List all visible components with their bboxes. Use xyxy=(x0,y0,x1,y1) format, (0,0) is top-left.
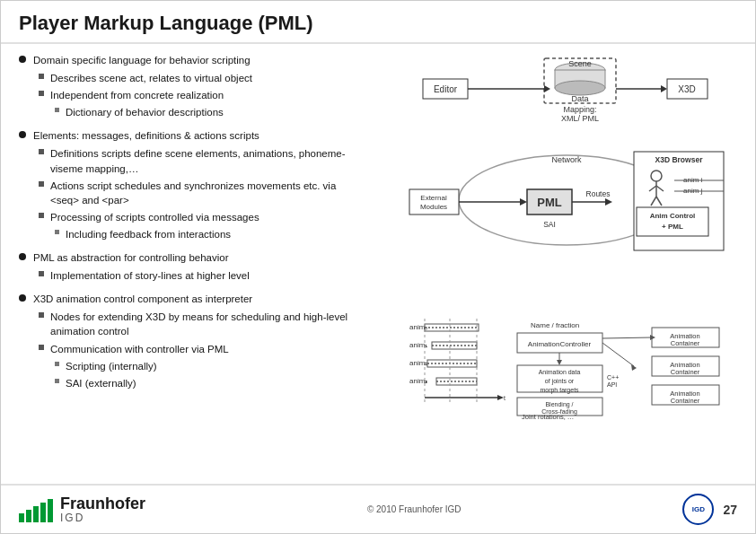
bullet-sub2-2-1-text: Including feedback from interactions xyxy=(66,227,231,241)
bullet-section-1: Domain specific language for behavior sc… xyxy=(19,53,360,119)
svg-text:Routes: Routes xyxy=(586,189,611,198)
bullet-dot-2 xyxy=(19,131,26,138)
bullet-main-2: Elements: messages, definitions & action… xyxy=(19,128,360,143)
svg-text:t: t xyxy=(504,395,505,401)
bullet-sub2-4-2-text: SAI (externally) xyxy=(66,376,136,390)
bullet-sub2-4-1-text: Scripting (internally) xyxy=(66,359,157,373)
logo-text-block: Fraunhofer IGD xyxy=(60,495,145,524)
bullet-sub-1-2: Independent from concrete realization xyxy=(39,88,360,102)
bullet-sub2-square xyxy=(55,230,59,234)
svg-text:Blending /: Blending / xyxy=(545,401,573,408)
svg-point-3 xyxy=(555,81,605,95)
svg-marker-88 xyxy=(631,364,637,371)
svg-text:Data: Data xyxy=(571,94,588,103)
svg-text:PML: PML xyxy=(537,196,562,209)
svg-text:Scene: Scene xyxy=(568,59,592,68)
bullet-main-1-text: Domain specific language for behavior sc… xyxy=(33,53,251,67)
svg-text:XML/ PML: XML/ PML xyxy=(561,114,599,123)
svg-text:morph targets: morph targets xyxy=(540,387,579,394)
bullet-sub-4-1-text: Nodes for extending X3D by means for sch… xyxy=(50,310,360,338)
bullet-section-4: X3D animation control component as inter… xyxy=(19,292,360,390)
bullet-main-2-text: Elements: messages, definitions & action… xyxy=(33,128,259,143)
svg-text:External: External xyxy=(420,194,447,202)
slide-header: Player Markup Language (PML) xyxy=(1,1,755,44)
bullet-sub2-4-2: SAI (externally) xyxy=(55,376,360,390)
bullet-sub-3-1: Implementation of story-lines at higher … xyxy=(39,268,360,283)
fraunhofer-division-text: IGD xyxy=(60,512,145,524)
svg-text:Joint rotations, …: Joint rotations, … xyxy=(522,413,574,421)
copyright-text: © 2010 Fraunhofer IGD xyxy=(367,504,462,514)
slide-content: Domain specific language for behavior sc… xyxy=(1,44,755,484)
footer-left: Fraunhofer IGD xyxy=(19,495,145,524)
svg-text:Name / fraction: Name / fraction xyxy=(531,321,579,329)
bullet-sub-square xyxy=(39,312,44,318)
svg-text:Container: Container xyxy=(671,397,700,405)
footer-right: IGD 27 xyxy=(682,494,737,525)
svg-text:Container: Container xyxy=(671,368,700,376)
bullet-sub2-1-1: Dictionary of behavior descriptions xyxy=(55,105,360,119)
bullet-sub-square xyxy=(39,74,44,79)
fraunhofer-brand-text: Fraunhofer xyxy=(60,495,145,512)
bullet-sub-1-1-text: Describes scene act, relates to virtual … xyxy=(50,71,252,85)
fraunhofer-logo: Fraunhofer IGD xyxy=(19,495,145,524)
logo-bars xyxy=(19,497,53,522)
svg-text:API: API xyxy=(607,381,617,388)
top-diagram-svg: Scene Data Editor Mapping: XML/ PML xyxy=(414,54,719,135)
bullet-dot-1 xyxy=(19,56,26,63)
bullet-sub-2-1: Definitions scripts define scene element… xyxy=(39,146,360,175)
bullet-dot-4 xyxy=(19,294,26,302)
slide-footer: Fraunhofer IGD © 2010 Fraunhofer IGD IGD… xyxy=(1,484,755,533)
svg-line-87 xyxy=(602,343,634,366)
slide: Player Markup Language (PML) Domain spec… xyxy=(0,0,756,534)
svg-text:SAI: SAI xyxy=(543,220,556,229)
svg-text:C++: C++ xyxy=(607,374,619,381)
svg-text:Animation data: Animation data xyxy=(539,369,581,375)
logo-bar-4 xyxy=(40,503,46,522)
svg-marker-13 xyxy=(661,85,667,92)
svg-text:+ PML: + PML xyxy=(662,223,683,231)
right-column: Scene Data Editor Mapping: XML/ PML xyxy=(378,44,755,484)
logo-bar-1 xyxy=(19,513,24,522)
bullet-dot-3 xyxy=(19,253,26,260)
bullet-sub-square xyxy=(39,271,44,276)
bullet-sub-2-3-text: Processing of scripts controlled via mes… xyxy=(50,210,259,224)
svg-line-85 xyxy=(602,337,652,338)
bullet-section-2: Elements: messages, definitions & action… xyxy=(19,128,360,241)
bullet-sub2-1-1-text: Dictionary of behavior descriptions xyxy=(66,105,224,119)
diagram-middle: Network External Modules PML SAI xyxy=(387,142,746,258)
svg-text:Anim Control: Anim Control xyxy=(650,212,696,220)
bullet-sub-square xyxy=(39,213,44,218)
slide-title: Player Markup Language (PML) xyxy=(19,12,737,35)
bullet-sub-square xyxy=(39,181,44,187)
bullet-sub2-2-1: Including feedback from interactions xyxy=(55,227,360,241)
bullet-main-4: X3D animation control component as inter… xyxy=(19,292,360,306)
bullet-sub-square xyxy=(39,91,44,96)
bullet-sub2-square xyxy=(55,108,59,112)
bullet-sub-square xyxy=(39,345,44,350)
svg-text:Modules: Modules xyxy=(420,203,447,211)
bullet-sub-square xyxy=(39,149,44,154)
middle-diagram-svg: Network External Modules PML SAI xyxy=(405,144,728,257)
svg-text:AnimationController: AnimationController xyxy=(528,340,592,348)
bullet-sub-2-1-text: Definitions scripts define scene element… xyxy=(50,146,360,175)
bullet-sub-4-2-text: Communication with controller via PML xyxy=(50,342,229,356)
svg-text:Container: Container xyxy=(671,339,700,347)
bullet-main-1: Domain specific language for behavior sc… xyxy=(19,53,360,67)
bullet-main-4-text: X3D animation control component as inter… xyxy=(33,292,252,306)
bullet-section-3: PML as abstraction for controlling behav… xyxy=(19,250,360,283)
svg-text:Editor: Editor xyxy=(434,84,458,94)
svg-text:Mapping:: Mapping: xyxy=(563,105,596,114)
bullet-sub-1-1: Describes scene act, relates to virtual … xyxy=(39,71,360,85)
page-number: 27 xyxy=(723,503,737,517)
bullet-sub-2-2: Actions script schedules and synchronize… xyxy=(39,179,360,207)
bullet-sub2-square xyxy=(55,362,59,366)
svg-text:of joints or: of joints or xyxy=(545,378,575,385)
bullet-main-3: PML as abstraction for controlling behav… xyxy=(19,250,360,265)
bullet-sub-4-1: Nodes for extending X3D by means for sch… xyxy=(39,310,360,338)
logo-bar-5 xyxy=(48,499,53,522)
svg-marker-66 xyxy=(557,360,562,365)
svg-text:Network: Network xyxy=(551,155,582,164)
bullet-sub-2-3: Processing of scripts controlled via mes… xyxy=(39,210,360,224)
bullet-sub-2-2-text: Actions script schedules and synchronize… xyxy=(50,179,360,207)
logo-bar-3 xyxy=(33,506,39,522)
